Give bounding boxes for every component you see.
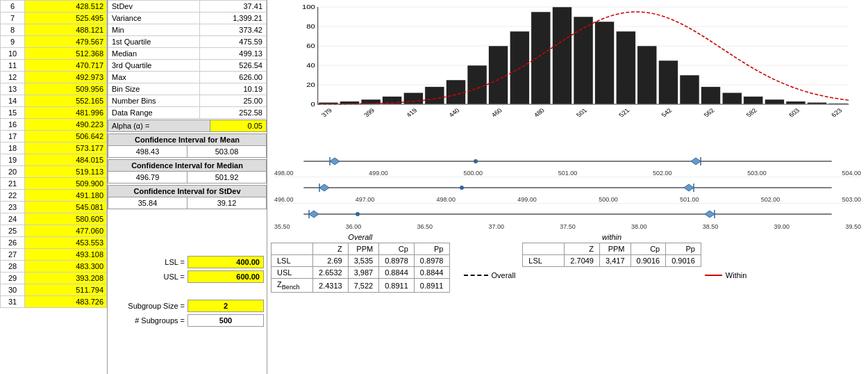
mean-ci-svg: [274, 152, 861, 170]
usl-row: USL = 600.00: [110, 270, 264, 283]
svg-rect-25: [595, 22, 615, 104]
svg-rect-20: [489, 46, 508, 104]
ci-stdev-high: 39.12: [187, 197, 266, 209]
svg-text:60: 60: [306, 42, 315, 49]
stats-table: StDev37.41 Variance1,399.21 Min373.42 1s…: [108, 0, 267, 119]
binsize-value: 10.19: [200, 83, 267, 95]
mean-ci-scale: 498.00 499.00 500.00 501.00 502.00 503.0…: [274, 170, 861, 177]
cap-col-z: Z: [313, 243, 349, 255]
q1-value: 475.59: [200, 36, 267, 48]
max-value: 626.00: [200, 72, 267, 83]
svg-text:80: 80: [306, 23, 315, 30]
left-data-panel: 6428.5127525.4958488.1219479.56710512.36…: [0, 0, 108, 374]
svg-text:100: 100: [302, 3, 315, 10]
row-number: 31: [1, 296, 25, 308]
median-value: 499.13: [200, 48, 267, 60]
cap-cell-cp: 0.8978: [379, 255, 415, 267]
capability-within-table: Z PPM Cp Pp LSL2.70493,4170.90160.9016: [522, 243, 701, 267]
svg-text:603: 603: [787, 107, 801, 118]
svg-rect-29: [680, 75, 699, 104]
svg-text:623: 623: [830, 107, 844, 118]
row-number: 24: [1, 213, 25, 225]
stdev-label: StDev: [108, 1, 200, 13]
row-value: 511.794: [25, 284, 107, 296]
row-number: 26: [1, 237, 25, 249]
svg-text:542: 542: [660, 107, 674, 118]
svg-marker-65: [309, 211, 319, 218]
min-value: 373.42: [200, 24, 267, 36]
row-number: 25: [1, 225, 25, 237]
within-col-z: Z: [565, 243, 600, 255]
alpha-row: Alpha (α) = 0.05: [108, 120, 267, 132]
ci-median-section: Confidence Interval for Median 496.79 50…: [108, 159, 267, 184]
usl-input[interactable]: 600.00: [187, 270, 264, 283]
cap-cell-label: USL: [272, 267, 313, 279]
svg-marker-60: [684, 184, 694, 191]
cap-cell-pp: 0.8844: [414, 267, 449, 279]
data-table: 6428.5127525.4958488.1219479.56710512.36…: [0, 0, 107, 308]
row-value: 512.368: [25, 48, 107, 60]
binsize-label: Bin Size: [108, 83, 200, 95]
svg-rect-27: [637, 46, 657, 104]
overall-indicator-label: Overall: [492, 271, 516, 279]
cap-cell-z: 2.4313: [313, 279, 349, 293]
ci-stdev-values: 35.84 39.12: [108, 197, 267, 209]
middle-stats-panel: StDev37.41 Variance1,399.21 Min373.42 1s…: [108, 0, 267, 374]
table-row: USL2.65323,9870.88440.8844: [272, 267, 450, 279]
row-value: 453.553: [25, 237, 107, 249]
row-number: 13: [1, 83, 25, 95]
right-main: 0204060801003793994194404604805015215425…: [267, 0, 868, 294]
within-cell-ppm: 3,417: [600, 255, 631, 267]
within-indicator: Within: [705, 257, 747, 293]
cap-col-cp: Cp: [379, 243, 415, 255]
subgroup-count-label: # Subgroups =: [135, 316, 185, 325]
subgroup-size-row: Subgroup Size = 2: [110, 300, 264, 312]
subgroup-count-input[interactable]: 500: [187, 314, 264, 327]
row-number: 20: [1, 166, 25, 178]
subgroup-size-input[interactable]: 2: [187, 300, 264, 312]
cap-cell-ppm: 3,535: [348, 255, 379, 267]
cap-col-pp: Pp: [414, 243, 449, 255]
lsl-label: LSL =: [165, 258, 185, 266]
svg-text:562: 562: [702, 107, 716, 118]
within-col-ppm: PPM: [600, 243, 631, 255]
row-value: 481.996: [25, 107, 107, 119]
cap-cell-pp: 0.8978: [414, 255, 449, 267]
row-value: 519.113: [25, 166, 107, 178]
svg-rect-19: [467, 65, 487, 104]
svg-text:0: 0: [311, 101, 316, 108]
svg-point-69: [356, 212, 360, 216]
cap-cell-label: ZBench: [272, 279, 313, 293]
lsl-input[interactable]: 400.00: [187, 256, 264, 268]
within-col-cp: Cp: [631, 243, 666, 255]
ci-stdev-section: Confidence Interval for StDev 35.84 39.1…: [108, 185, 267, 209]
svg-text:501: 501: [575, 107, 589, 118]
cap-cell-ppm: 3,987: [348, 267, 379, 279]
alpha-label: Alpha (α) =: [108, 120, 210, 131]
row-value: 470.717: [25, 60, 107, 72]
svg-rect-34: [786, 101, 806, 104]
numbins-value: 25.00: [200, 95, 267, 107]
q3-value: 526.54: [200, 60, 267, 72]
ci-median-values: 496.79 501.92: [108, 172, 267, 184]
median-label: Median: [108, 48, 200, 60]
row-value: 509.956: [25, 83, 107, 95]
svg-rect-32: [744, 97, 763, 104]
svg-point-57: [474, 159, 478, 163]
svg-marker-53: [330, 158, 340, 165]
ci-stdev-low: 35.84: [108, 197, 187, 209]
numbins-label: Number Bins: [108, 95, 200, 107]
svg-text:480: 480: [533, 107, 546, 118]
median-ci-line: 496.00 497.00 498.00 499.00 500.00 501.0…: [274, 177, 861, 204]
svg-rect-16: [403, 92, 423, 104]
max-label: Max: [108, 72, 200, 83]
row-number: 9: [1, 36, 25, 48]
row-number: 15: [1, 107, 25, 119]
variance-value: 1,399.21: [200, 13, 267, 24]
median-ci-svg: [274, 179, 861, 197]
subgroup-count-row: # Subgroups = 500: [110, 314, 264, 327]
datarange-label: Data Range: [108, 107, 200, 119]
alpha-value[interactable]: 0.05: [210, 120, 266, 131]
cap-within-section: within Z PPM Cp Pp LSL2.70493,4170.90160…: [522, 233, 701, 293]
row-value: 573.177: [25, 143, 107, 154]
